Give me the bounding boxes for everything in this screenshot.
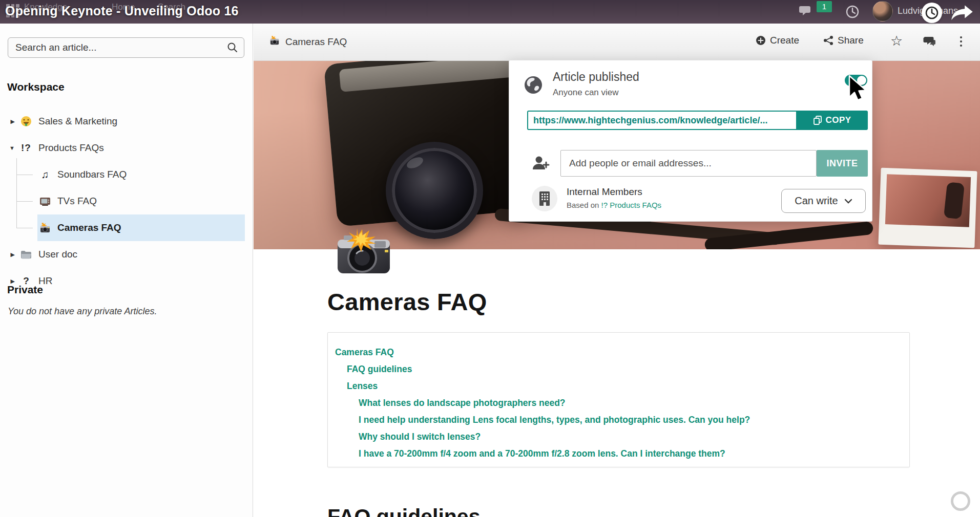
permission-label: Can write <box>795 195 838 207</box>
copy-url-button[interactable]: COPY <box>797 111 868 130</box>
camera-flash-emoji <box>37 222 53 233</box>
toc-link[interactable]: FAQ guidelines <box>328 361 904 378</box>
sidebar-item-label: User doc <box>38 249 77 260</box>
article-title[interactable]: Cameras FAQ <box>327 288 487 316</box>
copy-icon <box>814 116 822 125</box>
sidebar-item-tvs-faq[interactable]: TVs FAQ <box>37 188 245 214</box>
watch-later-icon[interactable] <box>922 3 942 23</box>
share-label: Share <box>838 35 864 46</box>
sidebar-item-label: TVs FAQ <box>57 196 97 207</box>
knowledge-sidebar: Workspace ▶ Sales & Marketing ▼ !? Produ… <box>0 24 253 517</box>
search-article-input[interactable] <box>8 37 244 58</box>
create-button[interactable]: Create <box>756 35 799 46</box>
table-of-contents: Cameras FAQ FAQ guidelines Lenses What l… <box>327 332 910 467</box>
folder-emoji <box>18 250 34 260</box>
internal-members-title: Internal Members <box>567 186 642 198</box>
user-avatar[interactable] <box>872 1 893 21</box>
mouse-cursor <box>848 75 869 105</box>
plus-circle-icon <box>756 35 766 46</box>
messages-icon[interactable] <box>799 5 815 20</box>
breadcrumb[interactable]: Cameras FAQ <box>269 35 347 48</box>
section-heading-faq-guidelines: FAQ guidelines <box>327 505 480 517</box>
copy-label: COPY <box>825 115 851 125</box>
messages-count-badge: 1 <box>817 1 832 12</box>
activities-clock-icon[interactable] <box>845 5 860 21</box>
caret-icon[interactable]: ▶ <box>5 118 18 125</box>
create-label: Create <box>770 35 799 46</box>
toc-link[interactable]: Lenses <box>328 378 904 395</box>
chatter-icon[interactable] <box>923 36 936 49</box>
add-person-icon <box>532 155 550 174</box>
toc-link[interactable]: What lenses do landscape photographers n… <box>328 395 904 412</box>
article-url-field[interactable]: https://www.hightechgenius.com/knowledge… <box>527 111 797 130</box>
invite-people-input[interactable] <box>560 150 817 177</box>
share-nodes-icon <box>823 35 833 46</box>
workspace-section-header: Workspace <box>7 81 65 93</box>
breadcrumb-label: Cameras FAQ <box>285 36 347 48</box>
based-on-article-link[interactable]: !? Products FAQs <box>601 201 662 209</box>
sidebar-item-products-faqs[interactable]: ▼ !? Products FAQs <box>0 135 253 161</box>
building-icon <box>532 186 557 211</box>
music-note-emoji: ♫ <box>37 169 53 181</box>
kebab-menu-icon[interactable] <box>960 34 963 49</box>
chevron-down-icon <box>844 199 852 204</box>
caret-icon[interactable]: ▶ <box>5 251 18 258</box>
video-title-overlay: Opening Keynote - Unveiling Odoo 16 <box>5 4 239 18</box>
invite-button[interactable]: INVITE <box>817 150 868 177</box>
toc-link[interactable]: Cameras FAQ <box>328 344 904 361</box>
sidebar-item-user-doc[interactable]: ▶ User doc <box>0 241 253 268</box>
publish-status-title: Article published <box>553 70 639 84</box>
based-on-text: Based on <box>567 201 601 209</box>
permission-dropdown[interactable]: Can write <box>781 189 866 213</box>
share-arrow-icon[interactable] <box>950 4 975 25</box>
products-faqs-children: ♫ Soundbars FAQ TVs FAQ Cameras FAQ <box>0 161 253 241</box>
publish-status-subtitle: Anyone can view <box>553 88 619 98</box>
content-header: Cameras FAQ Create Share ☆ <box>254 24 980 61</box>
sidebar-item-label: Sales & Marketing <box>38 116 117 127</box>
top-navbar: Knowledge Home Search Opening Keynote - … <box>0 0 980 24</box>
sidebar-item-cameras-faq[interactable]: Cameras FAQ <box>37 214 245 241</box>
article-emoji-camera-with-flash[interactable] <box>328 224 398 282</box>
cover-polaroid-photo <box>878 168 977 248</box>
cover-camera-lens <box>386 142 483 239</box>
tv-emoji <box>37 196 53 206</box>
interrobang-emoji: !? <box>18 142 34 154</box>
share-button[interactable]: Share <box>823 35 864 46</box>
sidebar-item-label: Cameras FAQ <box>57 222 121 233</box>
favorite-star-icon[interactable]: ☆ <box>890 33 903 49</box>
money-mouth-face-emoji <box>18 116 34 127</box>
globe-icon <box>523 75 544 97</box>
members-based-on: Based on !? Products FAQs <box>567 201 661 209</box>
sidebar-item-soundbars-faq[interactable]: ♫ Soundbars FAQ <box>37 161 245 188</box>
private-section-header: Private <box>7 284 43 296</box>
sidebar-item-label: Soundbars FAQ <box>57 169 127 180</box>
video-overlay-ring <box>951 491 970 511</box>
camera-flash-emoji <box>269 35 280 48</box>
caret-icon[interactable]: ▼ <box>5 145 18 151</box>
sidebar-item-label: Products FAQs <box>38 142 104 154</box>
toc-link[interactable]: I need help understanding Lens focal len… <box>328 412 904 428</box>
article-tree: ▶ Sales & Marketing ▼ !? Products FAQs ♫… <box>0 108 253 294</box>
search-icon[interactable] <box>227 42 238 55</box>
toc-link[interactable]: Why should I switch lenses? <box>328 428 904 445</box>
private-empty-text: You do not have any private Articles. <box>8 306 157 317</box>
toc-link[interactable]: I have a 70-200mm f/4 zoom and a 70-200m… <box>328 445 904 462</box>
sidebar-item-sales-marketing[interactable]: ▶ Sales & Marketing <box>0 108 253 135</box>
share-popover: Article published Anyone can view https:… <box>509 60 872 222</box>
